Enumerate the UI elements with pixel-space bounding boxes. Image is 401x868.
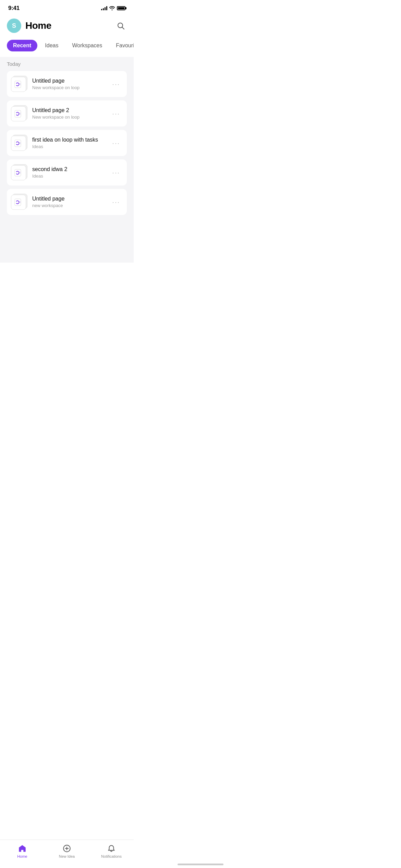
item-icon (11, 135, 27, 151)
list-item[interactable]: Untitled page 2 New workspace on loop ··… (7, 100, 127, 126)
item-icon (11, 194, 27, 210)
svg-line-1 (122, 27, 124, 29)
list-item[interactable]: Untitled page New workspace on loop ··· (7, 71, 127, 97)
document-icon (14, 140, 23, 147)
more-button[interactable]: ··· (109, 197, 123, 207)
more-button[interactable]: ··· (109, 138, 123, 148)
page-title: Home (25, 20, 51, 31)
item-text: Untitled page 2 New workspace on loop (32, 107, 109, 120)
tabs-container: Recent Ideas Workspaces Favourites (0, 38, 134, 57)
search-icon (117, 22, 125, 30)
content-area: Today Untitled page New workspace on loo… (0, 57, 134, 263)
document-icon (14, 169, 23, 177)
item-subtitle: New workspace on loop (32, 85, 109, 90)
more-button[interactable]: ··· (109, 79, 123, 89)
signal-icon (101, 6, 107, 10)
svg-rect-2 (15, 81, 21, 88)
more-button[interactable]: ··· (109, 167, 123, 178)
svg-rect-5 (15, 110, 21, 117)
item-text: Untitled page New workspace on loop (32, 78, 109, 90)
more-button[interactable]: ··· (109, 108, 123, 119)
section-title: Today (7, 61, 127, 67)
avatar[interactable]: S (7, 19, 21, 33)
header-left: S Home (7, 19, 51, 33)
item-subtitle: Ideas (32, 173, 109, 179)
document-icon (14, 110, 23, 118)
svg-rect-11 (15, 169, 21, 176)
svg-rect-8 (15, 140, 21, 147)
wifi-icon (109, 6, 115, 10)
item-subtitle: new workspace (32, 203, 109, 208)
item-title: first idea on loop with tasks (32, 137, 109, 143)
item-icon (11, 164, 27, 181)
item-title: second idwa 2 (32, 166, 109, 172)
tab-ideas[interactable]: Ideas (39, 40, 64, 51)
status-time: 9:41 (8, 5, 20, 12)
tab-recent[interactable]: Recent (7, 40, 37, 51)
item-subtitle: New workspace on loop (32, 114, 109, 120)
tab-workspaces[interactable]: Workspaces (66, 40, 109, 51)
list-item[interactable]: first idea on loop with tasks Ideas ··· (7, 130, 127, 156)
battery-icon (117, 6, 125, 10)
item-title: Untitled page (32, 78, 109, 84)
item-icon (11, 105, 27, 122)
list-item[interactable]: second idwa 2 Ideas ··· (7, 159, 127, 185)
item-text: Untitled page new workspace (32, 196, 109, 208)
item-subtitle: Ideas (32, 144, 109, 149)
item-text: second idwa 2 Ideas (32, 166, 109, 179)
list-item[interactable]: Untitled page new workspace ··· (7, 189, 127, 215)
item-title: Untitled page 2 (32, 107, 109, 113)
document-icon (14, 198, 23, 206)
item-icon (11, 76, 27, 92)
search-button[interactable] (114, 20, 127, 32)
item-title: Untitled page (32, 196, 109, 202)
tab-favourites[interactable]: Favourites (110, 40, 134, 51)
status-bar: 9:41 (0, 0, 134, 14)
item-text: first idea on loop with tasks Ideas (32, 137, 109, 149)
header: S Home (0, 14, 134, 38)
svg-rect-14 (15, 199, 21, 206)
status-icons (101, 6, 125, 10)
document-icon (14, 81, 23, 88)
